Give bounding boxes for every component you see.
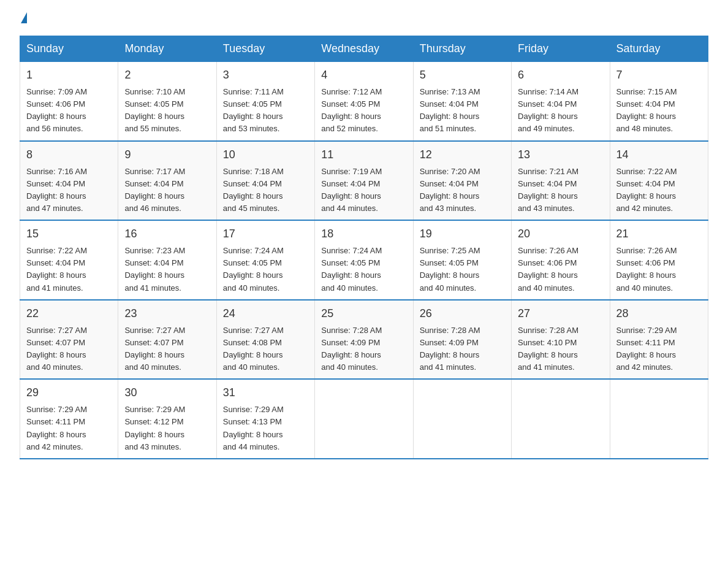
day-info: Sunrise: 7:10 AMSunset: 4:05 PMDaylight:…: [124, 86, 210, 136]
day-number: 12: [420, 147, 505, 163]
day-info: Sunrise: 7:09 AMSunset: 4:06 PMDaylight:…: [26, 86, 112, 136]
calendar-cell: [610, 379, 708, 459]
day-number: 22: [26, 305, 112, 322]
day-info: Sunrise: 7:26 AMSunset: 4:06 PMDaylight:…: [616, 245, 702, 294]
calendar-cell: [512, 379, 610, 459]
day-info: Sunrise: 7:29 AMSunset: 4:11 PMDaylight:…: [26, 404, 112, 453]
day-info: Sunrise: 7:22 AMSunset: 4:04 PMDaylight:…: [616, 166, 702, 215]
day-number: 25: [321, 305, 406, 322]
calendar-cell: 27Sunrise: 7:28 AMSunset: 4:10 PMDayligh…: [512, 300, 610, 380]
col-header-saturday: Saturday: [610, 36, 708, 62]
day-info: Sunrise: 7:22 AMSunset: 4:04 PMDaylight:…: [26, 245, 112, 294]
calendar-cell: 25Sunrise: 7:28 AMSunset: 4:09 PMDayligh…: [315, 300, 413, 380]
calendar-cell: 2Sunrise: 7:10 AMSunset: 4:05 PMDaylight…: [118, 62, 216, 141]
calendar-week-row: 22Sunrise: 7:27 AMSunset: 4:07 PMDayligh…: [20, 300, 708, 380]
day-number: 11: [321, 147, 406, 163]
calendar-cell: 18Sunrise: 7:24 AMSunset: 4:05 PMDayligh…: [315, 220, 413, 300]
col-header-thursday: Thursday: [413, 36, 511, 62]
day-number: 1: [26, 67, 112, 83]
day-number: 23: [124, 305, 210, 322]
calendar-cell: 24Sunrise: 7:27 AMSunset: 4:08 PMDayligh…: [216, 300, 314, 380]
calendar-cell: 7Sunrise: 7:15 AMSunset: 4:04 PMDaylight…: [610, 62, 708, 141]
calendar-week-row: 1Sunrise: 7:09 AMSunset: 4:06 PMDaylight…: [20, 62, 708, 141]
calendar-cell: 26Sunrise: 7:28 AMSunset: 4:09 PMDayligh…: [413, 300, 511, 380]
calendar-cell: 3Sunrise: 7:11 AMSunset: 4:05 PMDaylight…: [216, 62, 314, 141]
calendar-header-row: SundayMondayTuesdayWednesdayThursdayFrid…: [20, 36, 708, 62]
calendar-cell: 20Sunrise: 7:26 AMSunset: 4:06 PMDayligh…: [512, 220, 610, 300]
calendar-cell: 6Sunrise: 7:14 AMSunset: 4:04 PMDaylight…: [512, 62, 610, 141]
day-number: 18: [321, 226, 406, 242]
day-number: 3: [223, 67, 308, 83]
calendar-cell: 4Sunrise: 7:12 AMSunset: 4:05 PMDaylight…: [315, 62, 413, 141]
day-number: 13: [518, 147, 603, 163]
day-number: 29: [26, 385, 112, 401]
day-info: Sunrise: 7:28 AMSunset: 4:09 PMDaylight:…: [420, 324, 505, 374]
day-number: 10: [223, 147, 308, 163]
day-number: 15: [26, 226, 112, 242]
day-info: Sunrise: 7:20 AMSunset: 4:04 PMDaylight:…: [420, 166, 505, 215]
day-number: 16: [124, 226, 210, 242]
day-info: Sunrise: 7:23 AMSunset: 4:04 PMDaylight:…: [124, 245, 210, 294]
calendar-cell: 12Sunrise: 7:20 AMSunset: 4:04 PMDayligh…: [413, 141, 511, 221]
page-header: [20, 15, 708, 26]
day-number: 28: [616, 305, 702, 322]
day-number: 5: [420, 67, 505, 83]
day-number: 17: [223, 226, 308, 242]
day-info: Sunrise: 7:15 AMSunset: 4:04 PMDaylight:…: [616, 86, 702, 136]
calendar-cell: 19Sunrise: 7:25 AMSunset: 4:05 PMDayligh…: [413, 220, 511, 300]
day-number: 31: [223, 385, 308, 401]
day-info: Sunrise: 7:27 AMSunset: 4:07 PMDaylight:…: [26, 324, 112, 374]
day-number: 30: [124, 385, 210, 401]
day-info: Sunrise: 7:25 AMSunset: 4:05 PMDaylight:…: [420, 245, 505, 294]
calendar-week-row: 29Sunrise: 7:29 AMSunset: 4:11 PMDayligh…: [20, 379, 708, 459]
day-info: Sunrise: 7:21 AMSunset: 4:04 PMDaylight:…: [518, 166, 603, 215]
calendar-cell: 29Sunrise: 7:29 AMSunset: 4:11 PMDayligh…: [20, 379, 118, 459]
day-number: 24: [223, 305, 308, 322]
day-info: Sunrise: 7:11 AMSunset: 4:05 PMDaylight:…: [223, 86, 308, 136]
calendar-cell: 1Sunrise: 7:09 AMSunset: 4:06 PMDaylight…: [20, 62, 118, 141]
col-header-tuesday: Tuesday: [216, 36, 314, 62]
calendar-cell: 13Sunrise: 7:21 AMSunset: 4:04 PMDayligh…: [512, 141, 610, 221]
calendar-table: SundayMondayTuesdayWednesdayThursdayFrid…: [20, 36, 708, 459]
calendar-cell: 31Sunrise: 7:29 AMSunset: 4:13 PMDayligh…: [216, 379, 314, 459]
day-number: 21: [616, 226, 702, 242]
day-number: 20: [518, 226, 603, 242]
day-info: Sunrise: 7:17 AMSunset: 4:04 PMDaylight:…: [124, 166, 210, 215]
day-number: 19: [420, 226, 505, 242]
calendar-cell: 23Sunrise: 7:27 AMSunset: 4:07 PMDayligh…: [118, 300, 216, 380]
day-info: Sunrise: 7:12 AMSunset: 4:05 PMDaylight:…: [321, 86, 406, 136]
col-header-friday: Friday: [512, 36, 610, 62]
day-number: 7: [616, 67, 702, 83]
day-info: Sunrise: 7:16 AMSunset: 4:04 PMDaylight:…: [26, 166, 112, 215]
day-info: Sunrise: 7:29 AMSunset: 4:12 PMDaylight:…: [124, 404, 210, 453]
day-number: 9: [124, 147, 210, 163]
day-info: Sunrise: 7:29 AMSunset: 4:13 PMDaylight:…: [223, 404, 308, 453]
calendar-cell: 21Sunrise: 7:26 AMSunset: 4:06 PMDayligh…: [610, 220, 708, 300]
calendar-week-row: 15Sunrise: 7:22 AMSunset: 4:04 PMDayligh…: [20, 220, 708, 300]
calendar-cell: 16Sunrise: 7:23 AMSunset: 4:04 PMDayligh…: [118, 220, 216, 300]
day-number: 4: [321, 67, 406, 83]
day-info: Sunrise: 7:24 AMSunset: 4:05 PMDaylight:…: [223, 245, 308, 294]
day-number: 2: [124, 67, 210, 83]
calendar-cell: 28Sunrise: 7:29 AMSunset: 4:11 PMDayligh…: [610, 300, 708, 380]
calendar-cell: 9Sunrise: 7:17 AMSunset: 4:04 PMDaylight…: [118, 141, 216, 221]
day-number: 8: [26, 147, 112, 163]
calendar-cell: 15Sunrise: 7:22 AMSunset: 4:04 PMDayligh…: [20, 220, 118, 300]
day-info: Sunrise: 7:29 AMSunset: 4:11 PMDaylight:…: [616, 324, 702, 374]
logo: [20, 15, 27, 26]
day-info: Sunrise: 7:18 AMSunset: 4:04 PMDaylight:…: [223, 166, 308, 215]
calendar-cell: 8Sunrise: 7:16 AMSunset: 4:04 PMDaylight…: [20, 141, 118, 221]
day-info: Sunrise: 7:28 AMSunset: 4:10 PMDaylight:…: [518, 324, 603, 374]
day-number: 14: [616, 147, 702, 163]
calendar-cell: 14Sunrise: 7:22 AMSunset: 4:04 PMDayligh…: [610, 141, 708, 221]
calendar-cell: 10Sunrise: 7:18 AMSunset: 4:04 PMDayligh…: [216, 141, 314, 221]
col-header-monday: Monday: [118, 36, 216, 62]
calendar-cell: 5Sunrise: 7:13 AMSunset: 4:04 PMDaylight…: [413, 62, 511, 141]
col-header-sunday: Sunday: [20, 36, 118, 62]
day-info: Sunrise: 7:13 AMSunset: 4:04 PMDaylight:…: [420, 86, 505, 136]
day-number: 27: [518, 305, 603, 322]
calendar-cell: 11Sunrise: 7:19 AMSunset: 4:04 PMDayligh…: [315, 141, 413, 221]
calendar-week-row: 8Sunrise: 7:16 AMSunset: 4:04 PMDaylight…: [20, 141, 708, 221]
day-info: Sunrise: 7:19 AMSunset: 4:04 PMDaylight:…: [321, 166, 406, 215]
logo-triangle-icon: [21, 12, 27, 23]
